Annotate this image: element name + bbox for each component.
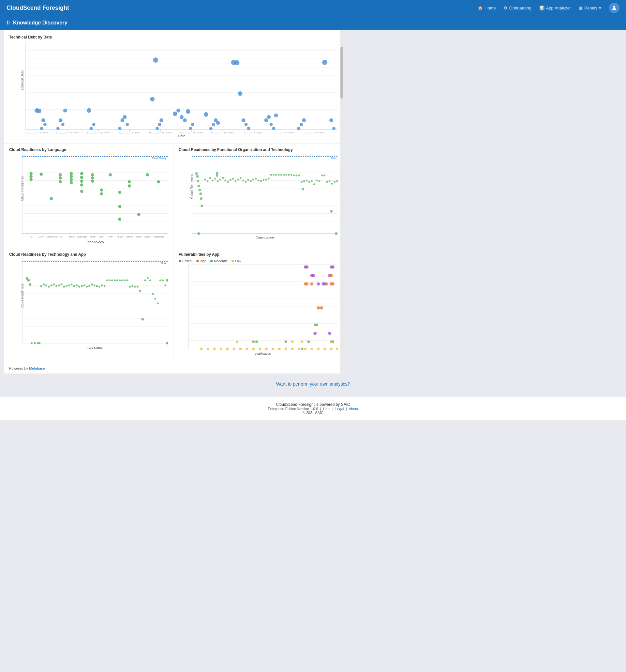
svg-point-240 [303,180,305,182]
svg-point-289 [31,342,33,344]
svg-point-207 [220,179,221,181]
svg-point-54 [209,127,212,130]
svg-point-292 [39,342,41,344]
svg-point-328 [129,286,131,288]
app-brand[interactable]: CloudScend Foresight [6,5,69,11]
svg-point-141 [100,189,103,192]
svg-text:Scala: Scala [145,235,151,238]
svg-point-370 [305,266,308,269]
svg-point-236 [293,174,295,176]
svg-point-376 [313,332,317,335]
svg-point-28 [42,118,45,122]
svg-point-53 [204,112,208,117]
svg-point-344 [166,342,168,344]
svg-point-209 [224,179,226,182]
svg-point-310 [83,285,85,286]
svg-point-251 [331,183,333,185]
svg-point-121 [29,172,33,175]
svg-point-247 [321,174,323,176]
svg-point-211 [229,179,231,181]
nav-app-analyzer[interactable]: 📊 App Analyzer [539,5,571,10]
svg-point-45 [159,118,164,122]
svg-point-252 [333,181,335,183]
panels-icon: ▦ [579,5,583,10]
svg-point-38 [120,118,124,122]
svg-point-248 [323,174,325,176]
site-footer: CloudScend Foresight is powered by SAIC … [0,397,626,420]
svg-point-330 [134,286,136,288]
svg-point-407 [252,348,255,350]
svg-point-132 [70,181,73,184]
svg-text:Kotlin: Kotlin [90,235,96,238]
svg-point-423 [301,341,303,343]
svg-point-299 [55,285,57,287]
onboarding-icon: ⚙ [504,5,508,10]
svg-point-385 [320,306,323,310]
svg-point-373 [317,282,320,285]
svg-point-329 [131,285,133,287]
svg-point-144 [118,191,121,194]
svg-point-202 [207,180,209,182]
nav-onboarding[interactable]: ⚙ Onboarding [504,5,531,10]
svg-point-399 [200,348,203,350]
svg-text:App Name: App Name [88,346,103,350]
footer-help-link[interactable]: Help [323,407,331,411]
svg-text:Cloud Ready: Cloud Ready [152,157,166,160]
svg-point-326 [124,279,126,281]
svg-point-74 [332,127,335,130]
svg-point-325 [121,279,123,281]
svg-point-41 [150,97,154,101]
svg-text:Python: Python [126,235,133,238]
svg-point-63 [247,127,250,130]
user-avatar[interactable] [609,3,620,13]
navbar: CloudScend Foresight 🏠 Home ⚙ Onboarding… [0,0,626,16]
svg-text:Ksh: Ksh [99,235,104,238]
svg-point-380 [328,332,331,335]
home-icon: 🏠 [478,5,483,10]
svg-text:Organization: Organization [256,236,274,239]
svg-point-225 [265,179,267,181]
svg-point-321 [111,279,113,281]
scroll-thumb[interactable] [341,47,343,98]
metabase-link[interactable]: Metabase [29,366,45,370]
svg-point-335 [147,277,149,279]
scroll-track[interactable] [341,30,343,374]
footer-about-link[interactable]: About [349,407,358,411]
svg-point-419 [330,348,332,350]
svg-point-49 [183,118,187,122]
svg-text:Coldfusion: Coldfusion [46,235,57,238]
svg-point-388 [331,282,334,285]
footer-legal-link[interactable]: Legal [335,407,344,411]
svg-point-196 [198,189,201,191]
svg-point-404 [232,348,235,350]
svg-point-416 [310,348,313,350]
svg-point-421 [236,341,238,343]
svg-point-29 [43,123,47,126]
analytics-link[interactable]: Want to perform your own analytics? [276,381,350,387]
nav-items: 🏠 Home ⚙ Onboarding 📊 App Analyzer ▦ Pan… [478,3,620,13]
svg-text:December 13, 2020: December 13, 2020 [149,132,172,134]
svg-point-306 [73,285,75,287]
svg-point-246 [319,180,321,182]
svg-point-331 [136,286,139,288]
svg-point-300 [58,285,60,286]
svg-point-30 [56,127,60,130]
svg-point-400 [207,348,209,350]
nav-home[interactable]: 🏠 Home [478,5,496,10]
svg-text:December 27, 2020: December 27, 2020 [211,132,234,134]
page-title: Knowledge Discovery [13,20,67,26]
svg-point-194 [197,180,200,182]
svg-point-228 [273,174,275,176]
svg-point-142 [100,192,103,195]
svg-point-131 [70,178,73,182]
svg-point-37 [118,127,121,130]
svg-text:January 3, 2021: January 3, 2021 [244,132,263,134]
svg-point-0 [613,6,615,8]
nav-panels[interactable]: ▦ Panels ▾ [579,5,601,10]
svg-point-216 [242,179,244,182]
svg-point-258 [335,232,337,235]
svg-point-336 [149,279,151,281]
svg-point-148 [128,184,131,188]
svg-point-218 [247,179,249,181]
svg-point-143 [108,173,112,176]
